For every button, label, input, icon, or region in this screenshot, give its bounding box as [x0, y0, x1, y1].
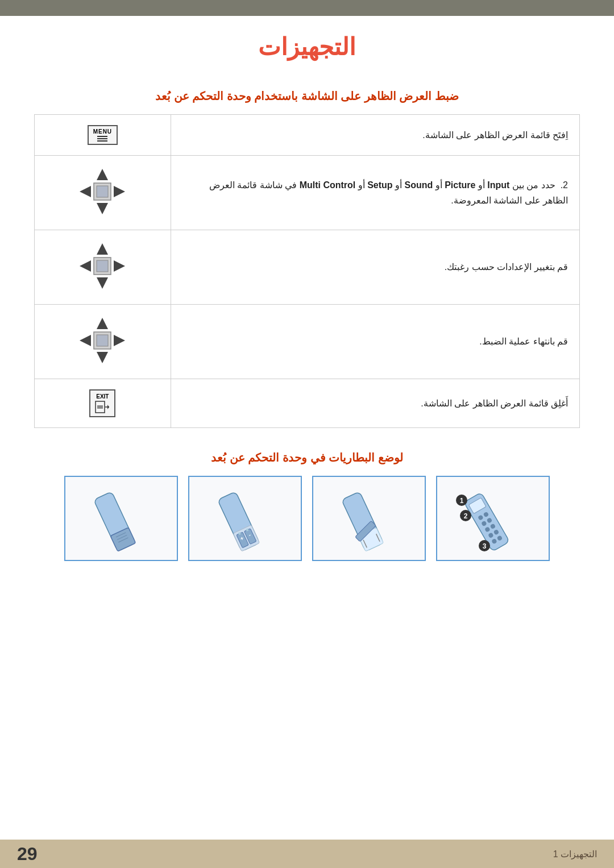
svg-marker-9: [97, 277, 108, 289]
menu-button-icon: MENU: [88, 125, 118, 145]
step1-text: اِفتَح قائمة العرض الظاهر على الشاشة.: [171, 115, 579, 156]
svg-marker-16: [80, 335, 91, 346]
battery-step3-svg: + -: [194, 479, 296, 558]
svg-text:3: 3: [483, 542, 487, 550]
section2-heading: لوضع البطاريات في وحدة التحكم عن بُعد: [34, 451, 580, 464]
battery-step2-svg: [318, 479, 420, 558]
step1-icon-cell: MENU: [35, 115, 171, 156]
page-title: التجهيزات: [0, 33, 614, 61]
step2-icon-cell: [35, 156, 171, 230]
table-row: قم بتغيير الإعدادات حسب رغبتك.: [35, 230, 580, 305]
svg-text:2: 2: [464, 512, 468, 520]
svg-marker-10: [80, 260, 91, 272]
table-row: اِفتَح قائمة العرض الظاهر على الشاشة. ME…: [35, 115, 580, 156]
svg-marker-21: [107, 405, 109, 409]
svg-rect-1: [97, 186, 108, 197]
table-row: أَغلِق قائمة العرض الظاهر على الشاشة. EX…: [35, 379, 580, 428]
svg-marker-8: [97, 243, 108, 255]
svg-marker-17: [114, 335, 125, 346]
footer: التجهيزات 1 29: [0, 840, 614, 868]
svg-rect-7: [97, 260, 108, 272]
footer-text: التجهيزات 1: [553, 849, 597, 859]
table-row: 2. حدد من بين Input أو Picture أو Sound …: [35, 156, 580, 230]
exit-button-icon: EXIT: [89, 389, 115, 417]
section1-heading: ضبط العرض الظاهر على الشاشة باستخدام وحد…: [34, 89, 580, 103]
step5-icon-cell: EXIT: [35, 379, 171, 428]
battery-step3: + -: [188, 476, 302, 561]
dpad-icon-2: [77, 240, 128, 292]
svg-marker-2: [97, 169, 108, 180]
step4-icon-cell: [35, 305, 171, 379]
setup-table: اِفتَح قائمة العرض الظاهر على الشاشة. ME…: [34, 114, 580, 428]
step3-icon-cell: [35, 230, 171, 305]
step4-text: قم بانتهاء عملية الضبط.: [171, 305, 579, 379]
page-number: 29: [17, 844, 38, 865]
svg-marker-11: [114, 260, 125, 272]
svg-rect-19: [97, 405, 103, 409]
step3-text: قم بتغيير الإعدادات حسب رغبتك.: [171, 230, 579, 305]
svg-marker-5: [114, 186, 125, 197]
dpad-icon-3: [77, 315, 128, 366]
svg-marker-15: [97, 352, 108, 363]
battery-step4: [64, 476, 178, 561]
dpad-icon: [77, 166, 128, 217]
exit-symbol: [95, 401, 110, 413]
svg-marker-14: [97, 318, 108, 329]
svg-text:1: 1: [460, 497, 464, 505]
battery-step1: 1 2 3: [436, 476, 550, 561]
table-row: قم بانتهاء عملية الضبط.: [35, 305, 580, 379]
battery-step2: [312, 476, 426, 561]
svg-rect-13: [97, 335, 108, 346]
step2-text: 2. حدد من بين Input أو Picture أو Sound …: [171, 156, 579, 230]
svg-marker-3: [97, 203, 108, 214]
step5-text: أَغلِق قائمة العرض الظاهر على الشاشة.: [171, 379, 579, 428]
page-title-area: التجهيزات: [0, 16, 614, 67]
battery-step4-svg: [70, 479, 172, 558]
battery-step1-svg: 1 2 3: [442, 479, 544, 558]
top-bar: [0, 0, 614, 16]
svg-marker-4: [80, 186, 91, 197]
battery-images-container: 1 2 3: [34, 476, 580, 561]
